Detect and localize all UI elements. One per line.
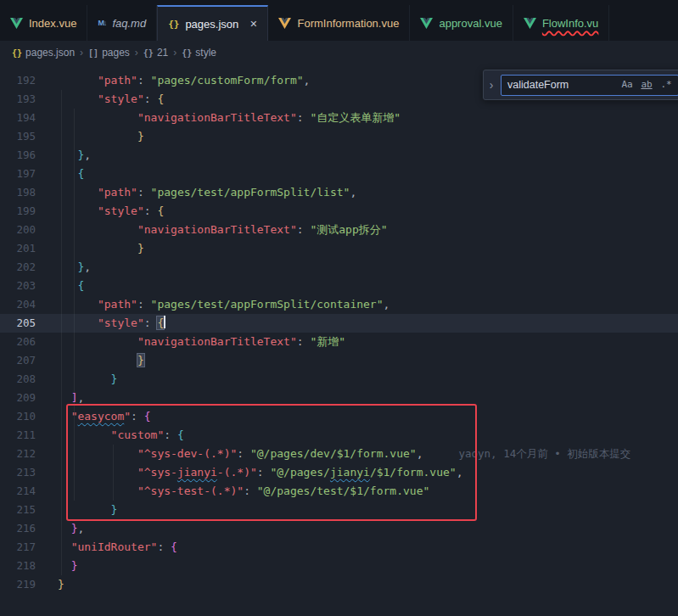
code-token: { — [171, 540, 177, 553]
line-number[interactable]: 205 — [0, 314, 36, 333]
line-number[interactable]: 208 — [0, 370, 36, 389]
code-token: , — [77, 522, 84, 535]
line-number[interactable]: 206 — [0, 333, 36, 351]
code-line-210[interactable]: 210"easycom": { — [0, 407, 678, 426]
line-number[interactable]: 198 — [0, 183, 36, 202]
chevron-right-icon[interactable]: › — [485, 76, 497, 94]
code-token: "custom" — [111, 428, 165, 441]
match-case-button[interactable]: Aa — [619, 77, 636, 93]
line-number[interactable]: 209 — [0, 389, 36, 407]
line-number[interactable]: 201 — [0, 239, 36, 258]
line-number[interactable]: 212 — [0, 445, 36, 463]
code-token: "自定义表单新增" — [310, 111, 401, 124]
line-number[interactable]: 217 — [0, 538, 36, 557]
line-content: { — [58, 277, 678, 295]
code-token: , — [84, 260, 91, 273]
whole-word-button[interactable]: ab — [638, 77, 655, 93]
code-line-208[interactable]: 208} — [0, 370, 678, 389]
code-line-198[interactable]: 198"path": "pages/test/appFormSplit/list… — [0, 183, 678, 202]
line-number[interactable]: 213 — [0, 463, 36, 482]
code-line-206[interactable]: 206"navigationBarTitleText": "新增" — [0, 333, 678, 351]
code-line-216[interactable]: 216}, — [0, 519, 678, 538]
editor[interactable]: 192"path": "pages/customForm/form",193"s… — [0, 64, 678, 616]
code-line-200[interactable]: 200"navigationBarTitleText": "测试app拆分" — [0, 221, 678, 239]
code-line-204[interactable]: 204"path": "pages/test/appFormSplit/cont… — [0, 295, 678, 314]
line-number[interactable]: 216 — [0, 519, 36, 538]
code-token: "navigationBarTitleText" — [137, 335, 297, 348]
code-token: "style" — [98, 204, 144, 217]
breadcrumb-item-pages[interactable]: []pages — [88, 47, 130, 59]
code-line-199[interactable]: 199"style": { — [0, 202, 678, 221]
line-number[interactable]: 214 — [0, 482, 36, 501]
close-icon[interactable]: ✕ — [249, 19, 257, 30]
line-content: "^sys-jianyi-(.*)": "@/pages/jianyi/$1/f… — [58, 463, 678, 482]
line-number[interactable]: 202 — [0, 258, 36, 277]
line-number[interactable]: 219 — [0, 575, 36, 594]
line-number[interactable]: 215 — [0, 501, 36, 519]
code-token: , — [304, 74, 311, 87]
code-line-202[interactable]: 202}, — [0, 258, 678, 277]
code-line-212[interactable]: 212"^sys-dev-(.*)": "@/pages/dev/$1/form… — [0, 445, 678, 463]
code-token: /$1/form.vue" — [370, 466, 457, 479]
code-token: : — [297, 335, 311, 348]
code-line-195[interactable]: 195} — [0, 127, 678, 146]
breadcrumb-item-style[interactable]: {}style — [182, 47, 216, 59]
code-line-207[interactable]: 207} — [0, 351, 678, 370]
code-line-197[interactable]: 197{ — [0, 165, 678, 183]
code-line-203[interactable]: 203{ — [0, 277, 678, 295]
find-input[interactable]: validateForm Aa ab .* — [501, 75, 678, 96]
tab-index-vue[interactable]: Index.vue — [0, 5, 87, 41]
code-token: } — [58, 578, 64, 591]
code-line-205[interactable]: 205"style": { — [0, 314, 678, 333]
line-content: }, — [58, 519, 678, 538]
code-token: } — [137, 242, 144, 255]
line-number[interactable]: 195 — [0, 127, 36, 146]
line-number[interactable]: 211 — [0, 426, 36, 445]
tab-label: Index.vue — [29, 17, 76, 30]
breadcrumb-item-pages.json[interactable]: {}pages.json — [12, 47, 75, 59]
line-number[interactable]: 197 — [0, 165, 36, 183]
line-number[interactable]: 196 — [0, 146, 36, 165]
tab-forminformation-vue[interactable]: FormInformation.vue — [268, 5, 410, 41]
code-line-196[interactable]: 196}, — [0, 146, 678, 165]
code-line-211[interactable]: 211"custom": { — [0, 426, 678, 445]
tab-approval-vue[interactable]: approval.vue — [410, 5, 513, 41]
code-line-194[interactable]: 194"navigationBarTitleText": "自定义表单新增" — [0, 109, 678, 127]
line-content: "^sys-test-(.*)": "@/pages/test/$1/form.… — [58, 482, 678, 501]
line-number[interactable]: 194 — [0, 109, 36, 127]
code-token: "style" — [98, 316, 144, 329]
code-line-213[interactable]: 213"^sys-jianyi-(.*)": "@/pages/jianyi/$… — [0, 463, 678, 482]
code-token: , — [77, 391, 84, 404]
line-number[interactable]: 193 — [0, 90, 36, 109]
code-token: "path" — [98, 186, 137, 199]
code-line-214[interactable]: 214"^sys-test-(.*)": "@/pages/test/$1/fo… — [0, 482, 678, 501]
code-line-219[interactable]: 219} — [0, 575, 678, 594]
line-number[interactable]: 210 — [0, 407, 36, 426]
line-number[interactable]: 218 — [0, 557, 36, 575]
tab-faq-md[interactable]: M↓faq.md — [87, 5, 157, 41]
line-number[interactable]: 207 — [0, 351, 36, 370]
code-line-215[interactable]: 215} — [0, 501, 678, 519]
code-token: "^sys-dev-(.*)" — [137, 447, 237, 460]
code-token: , — [350, 186, 356, 199]
line-number[interactable]: 204 — [0, 295, 36, 314]
code-line-218[interactable]: 218} — [0, 557, 678, 575]
tab-pages-json[interactable]: {}pages.json✕ — [157, 5, 268, 41]
tab-label: pages.json — [185, 18, 238, 31]
line-number[interactable]: 203 — [0, 277, 36, 295]
code-token: "@/pages/test/$1/form.vue" — [257, 484, 430, 497]
code-token: "navigationBarTitleText" — [137, 111, 297, 124]
code-line-209[interactable]: 209], — [0, 389, 678, 407]
regex-button[interactable]: .* — [658, 77, 675, 93]
breadcrumb-label: pages.json — [25, 47, 75, 59]
tab-flowinfo-vu[interactable]: FlowInfo.vu — [513, 5, 609, 41]
code-line-201[interactable]: 201} — [0, 239, 678, 258]
line-number[interactable]: 192 — [0, 71, 36, 90]
line-content: { — [58, 165, 678, 183]
code-line-217[interactable]: 217"uniIdRouter": { — [0, 538, 678, 557]
breadcrumb-separator: › — [173, 47, 177, 59]
line-content: "style": { — [58, 202, 678, 221]
breadcrumb-item-21[interactable]: {}21 — [143, 47, 168, 59]
line-number[interactable]: 199 — [0, 202, 36, 221]
line-number[interactable]: 200 — [0, 221, 36, 239]
